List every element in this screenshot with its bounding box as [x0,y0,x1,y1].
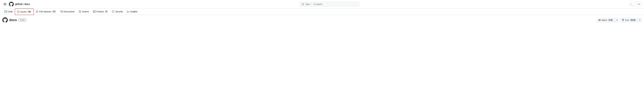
insights-tab-label: Insights [130,10,138,13]
watch-count: 2.3k [608,19,613,21]
hamburger-button[interactable] [2,2,8,6]
fork-label: Fork [625,19,629,21]
tab-insights[interactable]: Insights [125,9,140,15]
insights-icon [127,10,129,13]
projects-count-badge: 6 [105,10,108,13]
discussions-tab-label: Discussions [64,10,75,13]
repo-display-name[interactable]: docs [9,18,17,22]
watch-chevron-icon: ▾ [616,19,618,21]
tab-discussions[interactable]: Discussions [58,9,77,15]
watch-dropdown-button[interactable]: ▾ [615,18,619,22]
actions-tab-label: Actions [82,10,89,13]
fork-chevron-icon: ▾ [640,19,640,21]
tab-code[interactable]: Code [2,9,15,15]
tab-actions[interactable]: Actions [77,9,91,15]
fork-action-group: Fork 61.9k ▾ [620,18,642,22]
terminal-button[interactable]: >_ [629,2,635,6]
repo-logo-icon [2,17,8,23]
code-tab-label: Code [8,10,13,13]
repo-name-breadcrumb[interactable]: docs [24,3,30,5]
fork-count: 61.9k [630,19,636,21]
tab-bar: Code Issues 40 Pull requests 17 Discussi… [0,8,644,15]
pr-tab-label: Pull requests [39,10,51,13]
tab-issues[interactable]: Issues 40 [15,8,34,15]
projects-icon [93,10,96,13]
plus-chevron-icon: ▾ [639,3,640,5]
security-tab-label: Security [115,10,123,13]
watch-label: Watch [602,19,607,21]
search-shortcut-badge: / [310,3,312,5]
security-icon [112,10,114,13]
projects-tab-label: Projects [96,10,104,13]
visibility-badge: Public [18,18,26,21]
eye-icon [598,19,601,21]
fork-icon [622,19,624,21]
issues-tab-label: Issues [20,10,26,13]
repo-bar: docs Public Watch 2.3k ▾ Fork [0,15,644,25]
code-icon [4,10,7,13]
tab-pull-requests[interactable]: Pull requests 17 [34,9,58,15]
search-icon [302,3,304,5]
fork-dropdown-button[interactable]: ▾ [638,18,642,22]
github-logo-icon [9,2,14,6]
watch-action-group: Watch 2.3k ▾ [596,18,619,22]
repo-owner[interactable]: github [15,3,22,5]
watch-button[interactable]: Watch 2.3k [596,18,615,22]
plus-icon: + [638,3,639,5]
issues-count-badge: 40 [27,10,31,13]
pr-icon [36,10,38,13]
repo-info: docs Public [2,17,26,23]
tab-projects[interactable]: Projects 6 [91,9,110,15]
pr-count-badge: 17 [52,10,56,13]
search-bar[interactable]: Type / to search [300,2,359,6]
search-type-text: Type [305,3,310,5]
issue-icon [17,10,20,13]
tab-security[interactable]: Security [110,9,125,15]
breadcrumb: github / docs [15,3,30,6]
navbar-left: github / docs [2,2,30,6]
search-suffix-text: to search [314,3,322,5]
fork-button[interactable]: Fork 61.9k [620,18,638,22]
actions-icon [79,10,81,13]
top-navbar: github / docs Type / to search >_ + ▾ [0,0,644,8]
repo-actions: Watch 2.3k ▾ Fork 61.9k ▾ [596,18,642,22]
hamburger-icon [4,3,6,5]
navbar-right: >_ + ▾ [629,2,642,6]
navbar-center: Type / to search [32,2,627,6]
breadcrumb-separator: / [23,3,24,6]
create-new-button[interactable]: + ▾ [636,2,642,6]
discussions-icon [60,10,63,13]
search-placeholder-text: Type / to search [305,3,357,5]
